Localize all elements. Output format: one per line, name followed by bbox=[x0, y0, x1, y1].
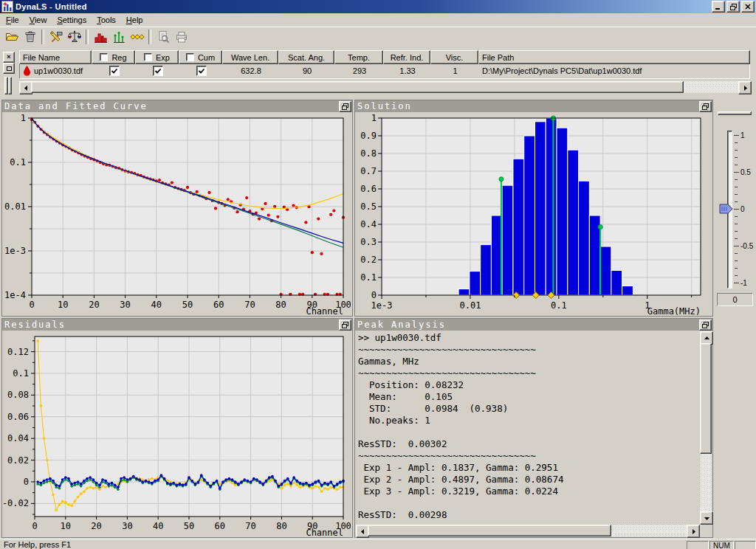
delete-button[interactable] bbox=[21, 29, 39, 46]
hscroll-track[interactable] bbox=[684, 81, 738, 93]
menu-help[interactable]: Help bbox=[121, 14, 148, 27]
slider-thumb[interactable] bbox=[719, 204, 734, 214]
toolbar-separator bbox=[41, 30, 44, 44]
header-checkbox-exp[interactable] bbox=[144, 53, 152, 61]
peak-restore-button[interactable] bbox=[699, 320, 712, 331]
svg-text:0.12: 0.12 bbox=[7, 347, 29, 357]
slider-minor-tick bbox=[735, 157, 738, 158]
decay-restore-button[interactable] bbox=[339, 101, 351, 112]
column-header-wave-len[interactable]: Wave Len. bbox=[222, 50, 278, 64]
pane-grip-handle[interactable] bbox=[8, 77, 12, 94]
cell-scat-ang: 90 bbox=[279, 64, 335, 77]
column-header-temp[interactable]: Temp. bbox=[334, 50, 383, 64]
cum-checkbox[interactable] bbox=[196, 66, 207, 76]
hscroll-thumb[interactable] bbox=[31, 81, 684, 93]
exponential-sampling-button[interactable] bbox=[109, 29, 128, 46]
peak-vscrollbar[interactable] bbox=[700, 331, 712, 525]
status-pane-num: NUM bbox=[709, 541, 734, 549]
cell-reg bbox=[92, 64, 136, 77]
print-button[interactable] bbox=[172, 29, 190, 46]
column-header-scat-ang[interactable]: Scat. Ang. bbox=[278, 50, 334, 64]
reg-checkbox[interactable] bbox=[109, 66, 120, 76]
svg-text:0.9: 0.9 bbox=[360, 131, 377, 141]
svg-text:0.01: 0.01 bbox=[459, 300, 481, 311]
peak-analysis-line: ResSTD: 0.00298 bbox=[358, 509, 699, 521]
status-pane-cap bbox=[687, 541, 709, 549]
exp-checkbox[interactable] bbox=[153, 66, 163, 76]
slider-value-box[interactable]: 0 bbox=[717, 293, 753, 306]
cumulants-analysis-button[interactable] bbox=[128, 29, 146, 46]
svg-text:40: 40 bbox=[151, 300, 162, 310]
column-header-visc[interactable]: Visc. bbox=[430, 50, 478, 64]
close-pane-icon: × bbox=[3, 52, 15, 63]
header-checkbox-cum[interactable] bbox=[186, 53, 194, 61]
slider-minor-tick bbox=[735, 150, 738, 151]
vscroll-track[interactable] bbox=[700, 454, 712, 513]
hscroll-thumb[interactable] bbox=[368, 525, 611, 536]
slider-tick-label: 1 bbox=[740, 131, 755, 139]
column-header-exp[interactable]: Exp bbox=[135, 50, 179, 64]
solution-xlabel: Gamma(MHz) bbox=[647, 306, 701, 316]
menu-file[interactable]: File bbox=[1, 14, 24, 27]
peak-analysis-line: >> up1w0030.tdf bbox=[358, 332, 699, 344]
column-header-cum[interactable]: Cum bbox=[179, 50, 222, 64]
svg-text:20: 20 bbox=[89, 300, 99, 310]
menu-tools[interactable]: Tools bbox=[92, 14, 121, 27]
peak-analysis-line: Gammas, MHz bbox=[358, 356, 699, 367]
vscroll-thumb[interactable] bbox=[700, 343, 712, 454]
scroll-down-icon[interactable] bbox=[700, 511, 713, 525]
svg-text:0.4: 0.4 bbox=[360, 219, 377, 229]
scroll-right-icon[interactable] bbox=[687, 525, 700, 538]
toolbar-separator bbox=[148, 30, 151, 44]
column-header-reg[interactable]: Reg bbox=[92, 50, 135, 64]
close-button[interactable] bbox=[741, 1, 755, 13]
print-preview-button[interactable] bbox=[154, 29, 172, 46]
open-file-button[interactable] bbox=[2, 29, 21, 46]
sample-drop-icon bbox=[23, 66, 31, 76]
svg-text:0.7: 0.7 bbox=[360, 166, 377, 176]
close-icon bbox=[745, 4, 751, 10]
decay-panel: Data and Fitted Curve 10.10.011e-31e-401… bbox=[1, 100, 353, 317]
svg-text:0.01: 0.01 bbox=[4, 201, 26, 212]
file-table-hscrollbar[interactable] bbox=[19, 81, 750, 93]
restore-button[interactable] bbox=[726, 1, 740, 13]
column-header-refr-ind[interactable]: Refr. Ind. bbox=[383, 50, 430, 64]
svg-text:50: 50 bbox=[182, 300, 193, 310]
svg-text:-0.02: -0.02 bbox=[2, 498, 29, 508]
scroll-right-icon[interactable] bbox=[738, 81, 752, 94]
slider-minor-tick bbox=[735, 216, 738, 217]
tools-icon bbox=[49, 30, 63, 44]
table-row[interactable]: up1w0030.tdf 632.8 90 293 1.33 1 D:\My\P… bbox=[19, 64, 750, 79]
cell-cum bbox=[179, 64, 223, 77]
peak-analysis-line: Mean: 0.105 bbox=[358, 391, 699, 403]
settings-tools-button[interactable] bbox=[47, 29, 65, 46]
peak-hscrollbar[interactable] bbox=[356, 525, 700, 536]
cell-exp bbox=[136, 64, 179, 77]
hscroll-track[interactable] bbox=[611, 525, 688, 536]
column-header-file-name[interactable]: File Name bbox=[19, 50, 92, 64]
header-checkbox-reg[interactable] bbox=[100, 53, 108, 61]
filebar-restore-button[interactable] bbox=[3, 63, 15, 74]
filebar-close-button[interactable]: × bbox=[3, 52, 15, 63]
histogram-analysis-button[interactable] bbox=[91, 29, 109, 46]
slider-major-tick bbox=[734, 209, 739, 210]
calibration-button[interactable] bbox=[65, 29, 83, 46]
slider-tick-label: -1 bbox=[740, 279, 755, 287]
svg-text:10: 10 bbox=[58, 300, 68, 310]
column-header-file-path[interactable]: File Path bbox=[478, 50, 750, 64]
residuals-restore-button[interactable] bbox=[339, 320, 351, 331]
decay-xlabel: Channel bbox=[306, 306, 343, 316]
printer-icon bbox=[174, 30, 189, 44]
minimize-button[interactable] bbox=[712, 1, 725, 13]
menu-settings[interactable]: Settings bbox=[52, 14, 92, 27]
menu-view[interactable]: View bbox=[24, 14, 52, 27]
residuals-panel-title: Residuals bbox=[2, 319, 352, 331]
residuals-panel: Residuals 0.120.10.080.060.040.020-0.020… bbox=[1, 318, 353, 538]
cell-file-path: D:\My\Project\Dynals PC5\Dat\up1w0030.td… bbox=[479, 64, 749, 77]
slider-minor-tick bbox=[735, 201, 738, 202]
solution-restore-button[interactable] bbox=[699, 101, 712, 112]
slider-thumb-icon bbox=[719, 204, 734, 214]
slider-pane-grip[interactable] bbox=[718, 111, 752, 115]
peak-analysis-line bbox=[358, 497, 699, 509]
slider-minor-tick bbox=[735, 165, 738, 165]
